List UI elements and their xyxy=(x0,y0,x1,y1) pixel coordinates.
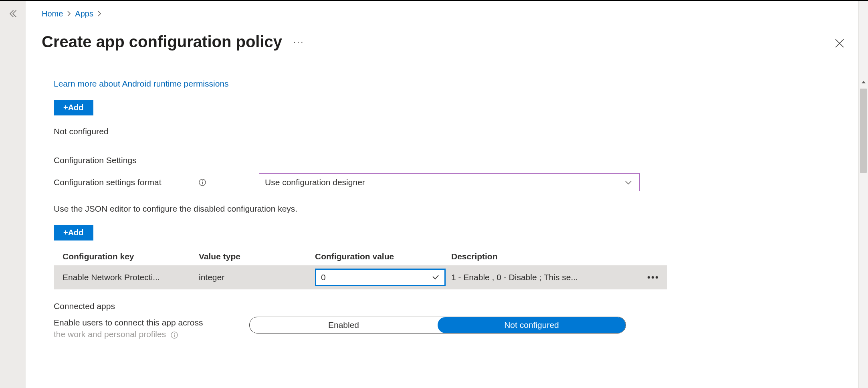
checkmark-chevron-icon xyxy=(432,273,440,282)
page-title: Create app configuration policy xyxy=(42,33,282,51)
breadcrumb-apps[interactable]: Apps xyxy=(75,9,93,18)
col-header-key: Configuration key xyxy=(63,252,199,261)
title-row: Create app configuration policy ··· xyxy=(42,33,852,51)
svg-rect-2 xyxy=(202,182,203,184)
collapse-sidebar-button[interactable] xyxy=(9,10,17,19)
configuration-table: Configuration key Value type Configurati… xyxy=(54,248,667,289)
connected-apps-description-wrapper: Enable users to connect this app across … xyxy=(54,317,249,340)
learn-more-link[interactable]: Learn more about Android runtime permiss… xyxy=(54,79,229,89)
add-configuration-key-button[interactable]: +Add xyxy=(54,225,93,240)
toggle-option-not-configured[interactable]: Not configured xyxy=(438,317,626,333)
col-header-desc: Description xyxy=(451,252,658,261)
not-configured-text: Not configured xyxy=(54,127,667,136)
content-area: Learn more about Android runtime permiss… xyxy=(42,79,667,340)
row-more-button[interactable] xyxy=(648,276,658,279)
json-editor-hint: Use the JSON editor to configure the dis… xyxy=(54,204,667,214)
connected-apps-heading: Connected apps xyxy=(54,301,667,311)
config-format-value: Use configuration designer xyxy=(265,178,365,187)
cell-key: Enable Network Protecti... xyxy=(63,273,199,282)
table-row[interactable]: Enable Network Protecti... integer 0 1 -… xyxy=(54,265,667,289)
left-rail xyxy=(0,1,26,388)
info-icon[interactable] xyxy=(199,179,206,186)
configuration-value-input[interactable]: 0 xyxy=(315,269,446,286)
configuration-settings-heading: Configuration Settings xyxy=(54,156,667,165)
connected-apps-description: Enable users to connect this app across xyxy=(54,318,203,327)
svg-rect-5 xyxy=(174,334,175,337)
connected-apps-toggle[interactable]: Enabled Not configured xyxy=(249,317,626,333)
toggle-option-enabled[interactable]: Enabled xyxy=(250,317,438,333)
cell-description: 1 - Enable , 0 - Disable ; This se... xyxy=(451,273,643,282)
scroll-up-arrow-icon[interactable] xyxy=(861,77,866,86)
breadcrumb-home[interactable]: Home xyxy=(42,9,63,18)
connected-apps-row: Enable users to connect this app across … xyxy=(54,317,667,340)
table-header: Configuration key Value type Configurati… xyxy=(54,248,667,265)
main-panel: Home Apps Create app configuration polic… xyxy=(26,1,868,388)
config-format-dropdown[interactable]: Use configuration designer xyxy=(259,173,640,191)
more-horizontal-icon[interactable]: ··· xyxy=(293,37,304,47)
config-format-row: Configuration settings format Use config… xyxy=(54,173,667,191)
col-header-value: Configuration value xyxy=(315,252,451,261)
svg-point-4 xyxy=(174,333,175,334)
close-button[interactable] xyxy=(834,38,845,51)
chevron-right-icon xyxy=(67,9,71,18)
col-header-type: Value type xyxy=(199,252,315,261)
add-permissions-button[interactable]: +Add xyxy=(54,100,93,115)
configuration-value-text: 0 xyxy=(321,273,326,282)
svg-point-1 xyxy=(202,180,203,181)
info-icon[interactable] xyxy=(171,331,178,339)
connected-apps-description-partial: the work and personal profiles xyxy=(54,329,166,339)
cell-type: integer xyxy=(199,273,315,282)
chevron-right-icon xyxy=(97,9,101,18)
cell-value-wrapper: 0 xyxy=(315,269,451,286)
chevron-down-icon xyxy=(625,178,632,187)
scrollbar-thumb[interactable] xyxy=(860,89,867,173)
config-format-label: Configuration settings format xyxy=(54,178,194,187)
breadcrumb: Home Apps xyxy=(42,9,852,18)
vertical-scrollbar[interactable] xyxy=(858,1,868,388)
